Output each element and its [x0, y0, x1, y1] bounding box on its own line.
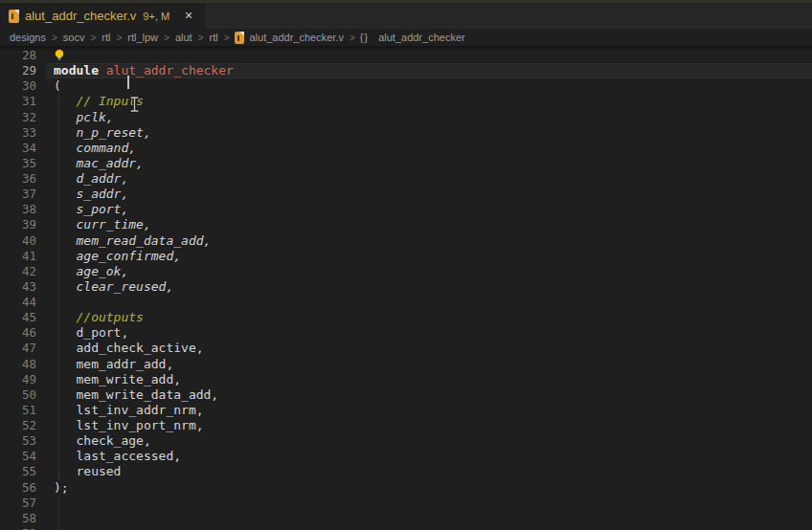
line-number[interactable]: 36: [0, 171, 36, 187]
code-line[interactable]: 54last_accessed,: [0, 449, 812, 464]
line-number[interactable]: 30: [0, 78, 36, 94]
breadcrumb-item-designs[interactable]: designs: [9, 32, 47, 43]
line-content[interactable]: [54, 48, 65, 64]
line-content[interactable]: n_p_reset,: [54, 125, 151, 141]
line-number[interactable]: 41: [0, 249, 36, 264]
code-line[interactable]: 34command,: [0, 141, 812, 156]
code-line[interactable]: 57: [0, 496, 812, 511]
code-line[interactable]: 46d_port,: [0, 325, 812, 341]
line-number[interactable]: 52: [0, 418, 36, 433]
code-line[interactable]: 51lst_inv_addr_nrm,: [0, 403, 812, 418]
tab-close-icon[interactable]: ✕: [181, 9, 196, 24]
code-line[interactable]: 31// Inputs: [0, 94, 812, 109]
code-line[interactable]: 48mem_addr_add,: [0, 357, 812, 372]
line-content[interactable]: curr_time,: [54, 217, 151, 232]
code-line[interactable]: 45//outputs: [0, 310, 812, 325]
code-line[interactable]: 28: [0, 48, 812, 63]
line-content[interactable]: reused: [54, 464, 121, 479]
line-number[interactable]: 49: [0, 372, 36, 387]
line-content[interactable]: d_port,: [54, 325, 128, 341]
code-line[interactable]: 53check_age,: [0, 433, 812, 449]
code-line[interactable]: 55reused: [0, 464, 812, 479]
line-content[interactable]: //outputs: [54, 310, 144, 325]
line-number[interactable]: 58: [0, 511, 36, 526]
line-content[interactable]: command,: [54, 141, 136, 156]
line-content[interactable]: age_ok,: [54, 264, 128, 279]
line-number[interactable]: 39: [0, 217, 36, 232]
line-number[interactable]: 51: [0, 403, 36, 418]
code-line[interactable]: 40mem_read_data_add,: [0, 233, 812, 249]
code-line[interactable]: 33n_p_reset,: [0, 125, 812, 141]
breadcrumb-item-rtl[interactable]: rtl: [208, 32, 218, 43]
line-content[interactable]: mac_addr,: [54, 156, 144, 171]
line-number[interactable]: 50: [0, 387, 36, 403]
breadcrumb-item-alut[interactable]: alut: [174, 32, 193, 43]
code-line[interactable]: 47add_check_active,: [0, 341, 812, 356]
breadcrumb-item-rtl[interactable]: rtl: [101, 32, 111, 43]
line-number[interactable]: 34: [0, 141, 36, 156]
line-content[interactable]: age_confirmed,: [54, 249, 181, 264]
breadcrumb-symbol[interactable]: {}alut_addr_checker: [360, 32, 466, 43]
line-number[interactable]: 32: [0, 110, 36, 125]
code-line[interactable]: 29module alut_addr_checker: [0, 63, 812, 78]
line-number[interactable]: 44: [0, 295, 36, 310]
code-line[interactable]: 37s_addr,: [0, 187, 812, 202]
code-line[interactable]: 44: [0, 295, 812, 310]
line-number[interactable]: 56: [0, 480, 36, 496]
line-content[interactable]: last_accessed,: [54, 449, 181, 464]
breadcrumb-file[interactable]: alut_addr_checker.v: [235, 32, 345, 44]
editor[interactable]: 2829module alut_addr_checker30(31// Inpu…: [0, 46, 812, 530]
line-number[interactable]: 57: [0, 496, 36, 511]
code-line[interactable]: 35mac_addr,: [0, 156, 812, 171]
line-content[interactable]: s_port,: [54, 202, 128, 217]
line-content[interactable]: );: [54, 480, 69, 496]
line-number[interactable]: 55: [0, 464, 36, 479]
line-number[interactable]: 33: [0, 125, 36, 141]
line-content[interactable]: d_addr,: [54, 171, 128, 187]
line-content[interactable]: mem_addr_add,: [54, 357, 173, 372]
line-number[interactable]: 40: [0, 233, 36, 249]
line-content[interactable]: module alut_addr_checker: [54, 63, 234, 78]
code-line[interactable]: 36d_addr,: [0, 171, 812, 187]
line-content[interactable]: mem_write_data_add,: [54, 387, 218, 403]
code-line[interactable]: 50mem_write_data_add,: [0, 387, 812, 403]
code-line[interactable]: 41age_confirmed,: [0, 249, 812, 264]
line-number[interactable]: 53: [0, 433, 36, 449]
code-line[interactable]: 32pclk,: [0, 110, 812, 125]
line-content[interactable]: lst_inv_port_nrm,: [54, 418, 204, 433]
line-number[interactable]: 38: [0, 202, 36, 217]
tab-alut-addr-checker[interactable]: alut_addr_checker.v 9+, M ✕: [0, 3, 207, 29]
line-number[interactable]: 47: [0, 341, 36, 356]
line-content[interactable]: lst_inv_addr_nrm,: [54, 403, 204, 418]
line-content[interactable]: mem_write_add,: [54, 372, 181, 387]
code-line[interactable]: 30(: [0, 78, 812, 94]
line-number[interactable]: 54: [0, 449, 36, 464]
line-number[interactable]: 42: [0, 264, 36, 279]
code-line[interactable]: 59: [0, 526, 812, 530]
code-line[interactable]: 42age_ok,: [0, 264, 812, 279]
code-line[interactable]: 49mem_write_add,: [0, 372, 812, 387]
line-content[interactable]: mem_read_data_add,: [54, 233, 211, 249]
line-number[interactable]: 28: [0, 48, 36, 63]
code-line[interactable]: 43clear_reused,: [0, 279, 812, 295]
breadcrumb-item-socv[interactable]: socv: [62, 32, 86, 43]
line-content[interactable]: check_age,: [54, 433, 151, 449]
line-content[interactable]: pclk,: [54, 110, 114, 125]
code-line[interactable]: 58: [0, 511, 812, 526]
line-number[interactable]: 43: [0, 279, 36, 295]
line-number[interactable]: 59: [0, 526, 36, 530]
code-line[interactable]: 38s_port,: [0, 202, 812, 217]
line-content[interactable]: clear_reused,: [54, 279, 173, 295]
line-number[interactable]: 37: [0, 187, 36, 202]
line-number[interactable]: 29: [0, 63, 36, 78]
code-line[interactable]: 52lst_inv_port_nrm,: [0, 418, 812, 433]
line-content[interactable]: s_addr,: [54, 187, 128, 202]
line-number[interactable]: 48: [0, 357, 36, 372]
breadcrumb-item-rtl_lpw[interactable]: rtl_lpw: [126, 32, 159, 43]
line-content[interactable]: // Inputs: [54, 94, 144, 109]
code-line[interactable]: 56);: [0, 480, 812, 496]
line-content[interactable]: add_check_active,: [54, 341, 204, 356]
line-number[interactable]: 45: [0, 310, 36, 325]
line-number[interactable]: 35: [0, 156, 36, 171]
line-number[interactable]: 31: [0, 94, 36, 109]
